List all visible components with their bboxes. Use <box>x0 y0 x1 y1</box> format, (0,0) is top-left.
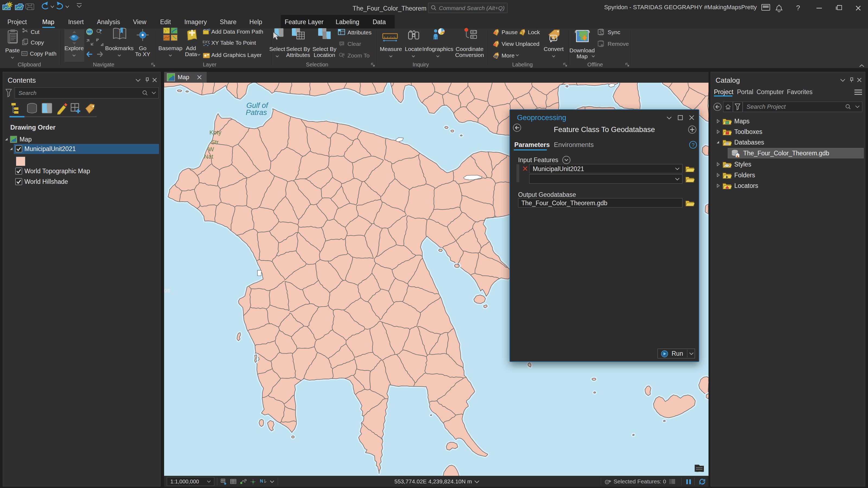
svg-text:?: ? <box>796 4 800 12</box>
svg-text:Patras: Patras <box>246 108 267 117</box>
svg-text:?: ? <box>692 142 695 148</box>
svg-text:N: N <box>260 479 263 484</box>
svg-text:W: W <box>208 146 214 153</box>
svg-text:EXY: EXY <box>203 40 210 44</box>
svg-text:os: os <box>164 287 170 294</box>
svg-text:Str: Str <box>211 139 219 145</box>
svg-text:Koty: Koty <box>209 129 221 136</box>
svg-text:A: A <box>552 36 555 40</box>
svg-text:Nat: Nat <box>204 153 213 160</box>
